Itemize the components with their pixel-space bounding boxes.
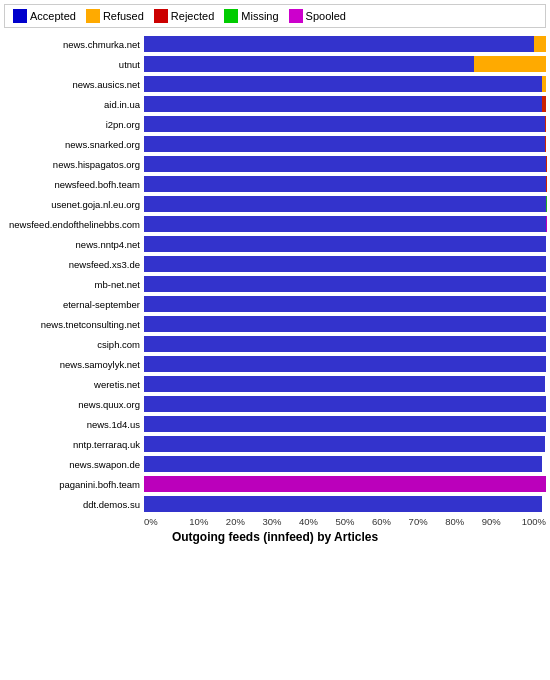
y-axis-label: news.nntp4.net (4, 239, 144, 250)
y-axis-label: news.samoylyk.net (4, 359, 144, 370)
legend-item-spooled: Spooled (289, 9, 346, 23)
bar-segment-accepted (144, 216, 546, 232)
bar-row: i2pn.org607321 (4, 114, 546, 134)
bar-segment-accepted (144, 116, 545, 132)
legend-item-missing: Missing (224, 9, 278, 23)
bar-segments: 62506 (144, 216, 546, 232)
y-axis-label: nntp.terraraq.uk (4, 439, 144, 450)
bar-segments: 68399 (144, 156, 546, 172)
legend: AcceptedRefusedRejectedMissingSpooled (4, 4, 546, 28)
bar-row: news.chmurka.net60962723 (4, 34, 546, 54)
legend-color-spooled (289, 9, 303, 23)
bar-segments: 53636 (144, 196, 546, 212)
bar-segment-refused (474, 56, 546, 72)
bar-segment-accepted (144, 316, 546, 332)
y-axis-label: news.snarked.org (4, 139, 144, 150)
bar-segments: 617942 (144, 96, 546, 112)
y-axis-label: news.quux.org (4, 399, 144, 410)
bar-row: weretis.net39115 (4, 374, 546, 394)
bar-row: news.1d4.us61715 (4, 414, 546, 434)
y-axis-label: csiph.com (4, 339, 144, 350)
bar-segment-accepted (144, 296, 546, 312)
bar-segments: 61715 (144, 416, 546, 432)
bar-row: nntp.terraraq.uk26693 (4, 434, 546, 454)
legend-label: Spooled (306, 10, 346, 22)
bar-segment-rejected (542, 96, 546, 112)
bar-row: csiph.com61625 (4, 334, 546, 354)
bar-row: news.quux.org60895 (4, 394, 546, 414)
bar-segments: 60205 (144, 276, 546, 292)
legend-color-refused (86, 9, 100, 23)
bar-segment-accepted (144, 376, 545, 392)
x-axis-tick: 40% (290, 516, 327, 527)
bar-segment-accepted (144, 176, 546, 192)
y-axis-label: news.ausics.net (4, 79, 144, 90)
bar-segments: 504668 (144, 76, 546, 92)
y-axis-label: news.swapon.de (4, 459, 144, 470)
bar-segments: 39115 (144, 376, 546, 392)
y-axis-label: eternal-september (4, 299, 144, 310)
bar-segment-accepted (144, 396, 546, 412)
bar-segment-rejected (545, 116, 546, 132)
y-axis-label: weretis.net (4, 379, 144, 390)
legend-color-missing (224, 9, 238, 23)
y-axis-label: newsfeed.endofthelinebbs.com (4, 219, 144, 230)
y-axis-label: aid.in.ua (4, 99, 144, 110)
bar-segment-accepted (144, 336, 546, 352)
bar-segments: 26693 (144, 436, 546, 452)
bar-row: news.snarked.org610117 (4, 134, 546, 154)
y-axis-label: newsfeed.bofh.team (4, 179, 144, 190)
x-axis-tick: 70% (400, 516, 437, 527)
x-axis-tick: 60% (363, 516, 400, 527)
chart-title: Outgoing feeds (innfeed) by Articles (4, 530, 546, 544)
bar-segments: 61705 (144, 316, 546, 332)
bar-segments: 61791140 (144, 56, 546, 72)
bar-row: news.tnetconsulting.net61705 (4, 314, 546, 334)
bar-row: eternal-september45585 (4, 294, 546, 314)
y-axis-label: news.1d4.us (4, 419, 144, 430)
bar-segment-rejected (545, 136, 546, 152)
bar-segment-accepted (144, 456, 542, 472)
x-axis-tick: 10% (181, 516, 218, 527)
bar-segment-accepted (144, 156, 546, 172)
bar-segment-accepted (144, 96, 542, 112)
bar-segment-accepted (144, 356, 546, 372)
x-axis-tick: 50% (327, 516, 364, 527)
bar-row: usenet.goja.nl.eu.org53636 (4, 194, 546, 214)
bar-row: utnut61791140 (4, 54, 546, 74)
legend-label: Missing (241, 10, 278, 22)
x-axis-tick: 90% (473, 516, 510, 527)
bar-row: aid.in.ua617942 (4, 94, 546, 114)
bar-segments: 45585 (144, 296, 546, 312)
bar-segments: 46685 (144, 356, 546, 372)
y-axis-label: usenet.goja.nl.eu.org (4, 199, 144, 210)
bar-segments: 60603 (144, 176, 546, 192)
bar-row: newsfeed.endofthelinebbs.com62506 (4, 214, 546, 234)
bar-segment-refused (542, 76, 546, 92)
x-axis-tick: 80% (436, 516, 473, 527)
bar-segment-accepted (144, 136, 545, 152)
y-axis-label: paganini.bofh.team (4, 479, 144, 490)
bar-row: paganini.bofh.team88760 (4, 474, 546, 494)
bar-row: newsfeed.bofh.team60603 (4, 174, 546, 194)
y-axis-label: news.hispagatos.org (4, 159, 144, 170)
legend-item-refused: Refused (86, 9, 144, 23)
x-axis-tick: 100% (509, 516, 546, 527)
legend-item-rejected: Rejected (154, 9, 214, 23)
y-axis-label: utnut (4, 59, 144, 70)
bar-segment-accepted (144, 196, 546, 212)
bar-segment-accepted (144, 256, 546, 272)
y-axis-label: mb-net.net (4, 279, 144, 290)
y-axis-label: news.tnetconsulting.net (4, 319, 144, 330)
x-axis-tick: 0% (144, 516, 181, 527)
bar-segment-accepted (144, 436, 545, 452)
bar-segments: 6912 (144, 456, 546, 472)
legend-label: Accepted (30, 10, 76, 22)
bar-segments: 61625 (144, 336, 546, 352)
y-axis-label: ddt.demos.su (4, 499, 144, 510)
chart-container: AcceptedRefusedRejectedMissingSpooled ne… (0, 0, 550, 680)
bar-segment-accepted (144, 76, 542, 92)
bar-segment-accepted (144, 236, 546, 252)
bar-segments: 607321 (144, 116, 546, 132)
y-axis-label: newsfeed.xs3.de (4, 259, 144, 270)
